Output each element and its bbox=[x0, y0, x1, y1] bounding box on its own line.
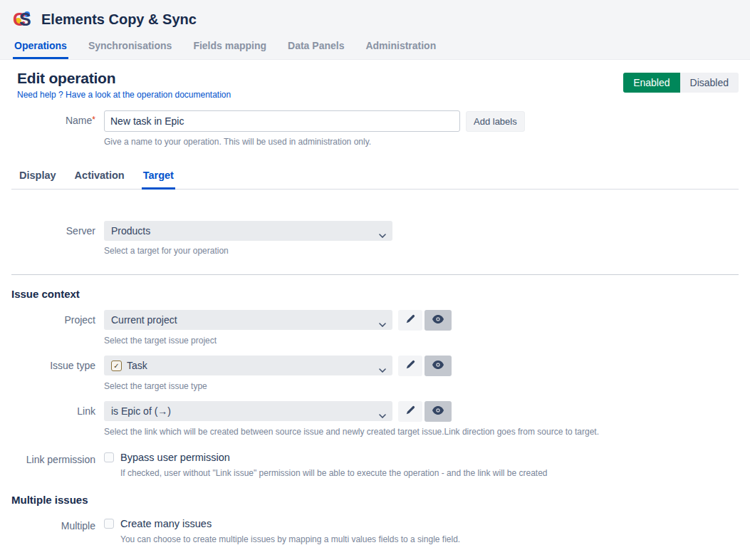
pencil-icon bbox=[405, 405, 415, 418]
project-select[interactable]: Current project bbox=[104, 310, 392, 330]
issue-context-heading: Issue context bbox=[11, 288, 739, 300]
project-label: Project bbox=[11, 310, 104, 326]
multiple-helper-text: You can choose to create multiple issues… bbox=[120, 534, 460, 544]
nav-tab-data-panels[interactable]: Data Panels bbox=[286, 36, 345, 59]
cs-logo: C S bbox=[13, 9, 34, 30]
issue-type-helper-text: Select the target issue type bbox=[104, 381, 452, 391]
name-input[interactable] bbox=[104, 110, 460, 132]
create-many-issues-checkbox[interactable] bbox=[104, 519, 114, 529]
link-helper-text: Select the link which will be created be… bbox=[104, 427, 599, 437]
link-label: Link bbox=[11, 401, 104, 417]
eye-icon bbox=[432, 361, 444, 371]
eye-icon bbox=[432, 406, 444, 417]
chevron-down-icon bbox=[379, 409, 386, 420]
project-helper-text: Select the target issue project bbox=[104, 336, 452, 346]
enabled-button[interactable]: Enabled bbox=[623, 73, 679, 93]
add-labels-button[interactable]: Add labels bbox=[466, 111, 525, 132]
issue-type-edit-button[interactable] bbox=[398, 356, 422, 376]
logo-letter-s: S bbox=[19, 9, 31, 30]
page-title: Edit operation bbox=[17, 70, 231, 87]
pencil-icon bbox=[405, 314, 415, 326]
link-edit-button[interactable] bbox=[398, 401, 422, 422]
issue-type-select-value: Task bbox=[127, 360, 147, 371]
project-select-value: Current project bbox=[111, 314, 177, 326]
server-select[interactable]: Products bbox=[104, 221, 392, 241]
app-title: Elements Copy & Sync bbox=[41, 11, 197, 28]
pencil-icon bbox=[405, 360, 415, 372]
status-toggle: Enabled Disabled bbox=[623, 73, 739, 93]
app-brand: C S Elements Copy & Sync bbox=[0, 7, 750, 36]
server-label: Server bbox=[11, 221, 104, 237]
operation-documentation-link[interactable]: Need help ? Have a look at the operation… bbox=[17, 90, 231, 100]
link-permission-helper-text: If checked, user without "Link issue" pe… bbox=[120, 468, 548, 478]
name-label: Name* bbox=[11, 110, 104, 126]
task-icon: ✓ bbox=[111, 361, 122, 371]
multiple-issues-heading: Multiple issues bbox=[11, 494, 739, 506]
project-view-button[interactable] bbox=[425, 310, 452, 331]
nav-tab-operations[interactable]: Operations bbox=[13, 36, 68, 59]
tab-target[interactable]: Target bbox=[142, 167, 175, 190]
bypass-user-permission-text: Bypass user permission bbox=[120, 452, 230, 463]
operation-sub-tabs: Display Activation Target bbox=[11, 167, 739, 190]
chevron-down-icon bbox=[379, 363, 386, 375]
eye-icon bbox=[432, 315, 444, 326]
app-nav: Operations Synchronisations Fields mappi… bbox=[0, 36, 750, 59]
section-divider bbox=[11, 274, 739, 275]
link-permission-label: Link permission bbox=[11, 450, 104, 465]
issue-type-view-button[interactable] bbox=[425, 356, 452, 376]
disabled-button[interactable]: Disabled bbox=[680, 73, 739, 93]
name-helper-text: Give a name to your operation. This will… bbox=[104, 137, 525, 147]
project-edit-button[interactable] bbox=[398, 310, 422, 331]
nav-tab-fields-mapping[interactable]: Fields mapping bbox=[192, 36, 268, 59]
nav-tab-administration[interactable]: Administration bbox=[364, 36, 437, 59]
nav-tab-synchronisations[interactable]: Synchronisations bbox=[87, 36, 173, 59]
issue-type-select[interactable]: ✓ Task bbox=[104, 356, 392, 375]
bypass-user-permission-checkbox[interactable] bbox=[104, 452, 114, 462]
server-select-value: Products bbox=[111, 225, 150, 237]
page-head-left: Edit operation Need help ? Have a look a… bbox=[17, 70, 231, 100]
chevron-down-icon bbox=[379, 318, 386, 329]
server-helper-text: Select a target for your operation bbox=[104, 246, 392, 256]
multiple-label: Multiple bbox=[11, 516, 104, 532]
issue-type-label: Issue type bbox=[11, 356, 104, 371]
link-select[interactable]: is Epic of (→) bbox=[104, 401, 392, 421]
required-marker: * bbox=[92, 115, 95, 125]
tab-activation[interactable]: Activation bbox=[73, 167, 126, 190]
link-select-value: is Epic of (→) bbox=[111, 405, 171, 417]
link-view-button[interactable] bbox=[425, 401, 452, 422]
chevron-down-icon bbox=[379, 229, 386, 240]
tab-display[interactable]: Display bbox=[18, 167, 58, 190]
app-header: C S Elements Copy & Sync Operations Sync… bbox=[0, 0, 750, 60]
create-many-issues-text: Create many issues bbox=[120, 518, 212, 529]
edit-operation-page: Edit operation Need help ? Have a look a… bbox=[0, 70, 750, 544]
